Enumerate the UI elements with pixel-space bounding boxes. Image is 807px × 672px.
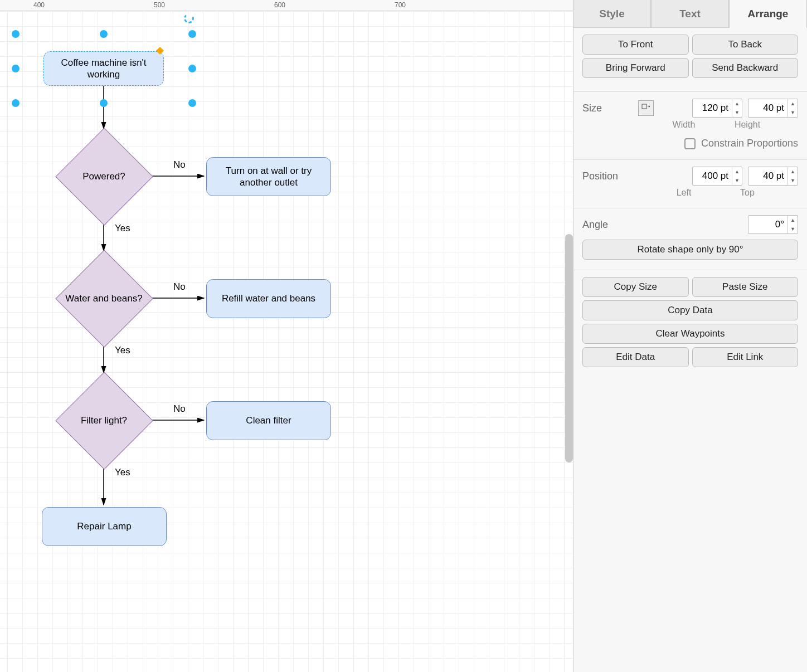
- angle-label: Angle: [582, 219, 633, 231]
- angle-stepper[interactable]: ▲▼: [787, 216, 798, 233]
- node-label: Refill water and beans: [222, 293, 315, 304]
- height-sublabel: Height: [718, 120, 776, 130]
- edge-label-no: No: [173, 281, 186, 293]
- height-field[interactable]: [748, 103, 787, 114]
- height-input[interactable]: ▲▼: [748, 99, 798, 118]
- node-label: Repair Lamp: [77, 520, 131, 532]
- tab-arrange[interactable]: Arrange: [729, 0, 807, 28]
- left-sublabel: Left: [655, 188, 713, 198]
- section-size: Size ▲▼ ▲▼ Width Height Constrain Propor…: [573, 92, 807, 160]
- scrollbar-vertical[interactable]: [565, 234, 573, 462]
- position-label: Position: [582, 171, 633, 182]
- paste-size-button[interactable]: Paste Size: [692, 277, 799, 297]
- clear-waypoints-button[interactable]: Clear Waypoints: [582, 324, 798, 344]
- section-order: To Front To Back Bring Forward Send Back…: [573, 28, 807, 92]
- send-backward-button[interactable]: Send Backward: [692, 58, 799, 78]
- selection-handle-e[interactable]: [188, 65, 196, 72]
- canvas[interactable]: Coffee machine isn't working Powered? No…: [0, 11, 573, 672]
- width-stepper[interactable]: ▲▼: [732, 99, 742, 117]
- to-back-button[interactable]: To Back: [692, 35, 799, 55]
- node-start[interactable]: Coffee machine isn't working: [43, 51, 164, 86]
- top-input[interactable]: ▲▼: [748, 167, 798, 186]
- left-input[interactable]: ▲▼: [692, 167, 742, 186]
- tab-text[interactable]: Text: [651, 0, 729, 28]
- edge-label-no: No: [173, 159, 186, 171]
- height-stepper[interactable]: ▲▼: [787, 99, 798, 117]
- top-field[interactable]: [748, 171, 787, 182]
- node-label: Powered?: [82, 171, 125, 182]
- node-label: Water and beans?: [65, 293, 142, 304]
- angle-field[interactable]: [748, 219, 787, 230]
- node-end[interactable]: Repair Lamp: [42, 507, 167, 546]
- copy-data-button[interactable]: Copy Data: [582, 300, 798, 320]
- selection-handle-ne[interactable]: [188, 30, 196, 38]
- selection-handle-sw[interactable]: [12, 99, 20, 107]
- edge-label-yes: Yes: [115, 345, 130, 356]
- node-action-refill[interactable]: Refill water and beans: [206, 279, 331, 318]
- edge-label-no: No: [173, 403, 186, 415]
- node-action-clean-filter[interactable]: Clean filter: [206, 401, 331, 440]
- rotate-90-button[interactable]: Rotate shape only by 90°: [582, 240, 798, 260]
- top-sublabel: Top: [718, 188, 776, 198]
- selection-handle-se[interactable]: [188, 99, 196, 107]
- section-actions: Copy Size Paste Size Copy Data Clear Way…: [573, 270, 807, 381]
- size-label: Size: [582, 103, 633, 114]
- ruler-horizontal: 400 500 600 700: [0, 0, 573, 11]
- constrain-label: Constrain Proportions: [701, 138, 798, 149]
- width-input[interactable]: ▲▼: [692, 99, 742, 118]
- edge-label-yes: Yes: [115, 223, 130, 234]
- angle-input[interactable]: ▲▼: [748, 215, 798, 234]
- node-label: Clean filter: [246, 415, 291, 426]
- edge-label-yes: Yes: [115, 467, 130, 478]
- node-label: Coffee machine isn't working: [48, 57, 159, 81]
- selection-handle-n[interactable]: [100, 30, 108, 38]
- node-decision-water-beans[interactable]: Water and beans?: [55, 250, 153, 347]
- node-decision-powered[interactable]: Powered?: [55, 128, 153, 225]
- format-sidebar: Style Text Arrange To Front To Back Brin…: [573, 0, 807, 672]
- width-field[interactable]: [693, 103, 732, 114]
- copy-size-button[interactable]: Copy Size: [582, 277, 689, 297]
- rotate-handle-icon[interactable]: [184, 13, 194, 23]
- node-action-power[interactable]: Turn on at wall or try another outlet: [206, 157, 331, 196]
- bring-forward-button[interactable]: Bring Forward: [582, 58, 689, 78]
- node-label: Turn on at wall or try another outlet: [211, 165, 326, 189]
- node-decision-filter[interactable]: Filter light?: [55, 372, 153, 469]
- svg-rect-7: [642, 104, 646, 109]
- section-angle: Angle ▲▼ Rotate shape only by 90°: [573, 208, 807, 270]
- selection-handle-s[interactable]: [100, 99, 108, 107]
- left-field[interactable]: [693, 171, 732, 182]
- edit-link-button[interactable]: Edit Link: [692, 347, 799, 367]
- section-position: Position ▲▼ ▲▼ Left Top: [573, 160, 807, 208]
- selection-handle-nw[interactable]: [12, 30, 20, 38]
- edit-data-button[interactable]: Edit Data: [582, 347, 689, 367]
- width-sublabel: Width: [655, 120, 713, 130]
- tab-bar: Style Text Arrange: [573, 0, 807, 28]
- node-label: Filter light?: [81, 415, 127, 426]
- autosize-icon[interactable]: [638, 100, 654, 116]
- left-stepper[interactable]: ▲▼: [732, 167, 742, 185]
- tab-style[interactable]: Style: [573, 0, 651, 28]
- selection-handle-w[interactable]: [12, 65, 20, 72]
- canvas-area[interactable]: 400 500 600 700: [0, 0, 573, 672]
- top-stepper[interactable]: ▲▼: [787, 167, 798, 185]
- constrain-checkbox[interactable]: [684, 138, 696, 149]
- to-front-button[interactable]: To Front: [582, 35, 689, 55]
